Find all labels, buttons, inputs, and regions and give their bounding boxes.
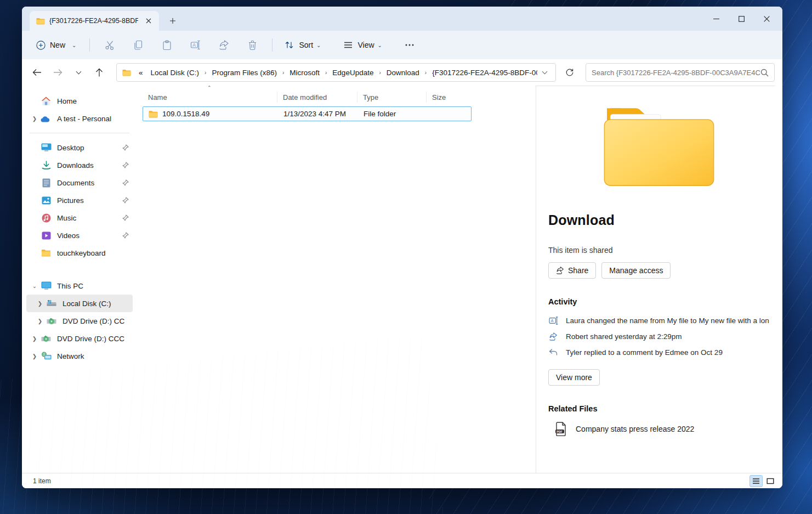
activity-list: A Laura changed the name from My file to… bbox=[548, 316, 769, 357]
maximize-button[interactable] bbox=[729, 8, 754, 30]
breadcrumb-item[interactable]: Program Files (x86) bbox=[208, 67, 280, 78]
address-bar[interactable]: « Local Disk (C:) › Program Files (x86) … bbox=[116, 63, 556, 82]
new-tab-button[interactable] bbox=[164, 13, 181, 29]
sidebar-item-home[interactable]: Home bbox=[26, 92, 133, 110]
sidebar-item-desktop[interactable]: Desktop bbox=[26, 139, 133, 156]
sidebar-item-music[interactable]: Music bbox=[26, 209, 133, 227]
sort-button[interactable]: Sort ⌄ bbox=[279, 37, 326, 53]
tab-title: {F3017226-FE2A-4295-8BDF-0 bbox=[49, 17, 138, 25]
more-options-button[interactable] bbox=[399, 35, 421, 55]
details-pane: Download This item is shared Share Manag… bbox=[536, 86, 775, 473]
chevron-right-icon: › bbox=[203, 70, 207, 76]
recent-locations-button[interactable] bbox=[69, 64, 88, 81]
minimize-button[interactable] bbox=[703, 8, 729, 30]
view-more-button[interactable]: View more bbox=[548, 369, 600, 386]
activity-heading: Activity bbox=[548, 297, 769, 306]
activity-item[interactable]: Robert shared yesterday at 2:29pm bbox=[548, 332, 769, 341]
large-icons-view-toggle[interactable] bbox=[764, 475, 777, 487]
file-type: File folder bbox=[358, 110, 427, 118]
activity-item[interactable]: A Laura changed the name from My file to… bbox=[548, 316, 769, 325]
chevron-down-icon[interactable]: ⌄ bbox=[29, 283, 41, 289]
column-header-name[interactable]: Name ⌃ bbox=[143, 92, 277, 103]
new-label: New bbox=[50, 41, 65, 49]
sidebar-spacer bbox=[26, 262, 133, 277]
refresh-button[interactable] bbox=[560, 64, 579, 81]
chevron-right-icon[interactable]: ❯ bbox=[34, 301, 46, 307]
toolbar-divider bbox=[89, 38, 90, 52]
pin-icon bbox=[121, 197, 130, 204]
search-box bbox=[586, 63, 775, 82]
search-input[interactable] bbox=[592, 69, 760, 77]
sidebar-item-dvd-drive-2[interactable]: ❯ DVD Drive (D:) CCC bbox=[26, 330, 133, 347]
column-header-date-modified[interactable]: Date modified bbox=[277, 92, 357, 103]
view-button[interactable]: View ⌄ bbox=[338, 37, 387, 53]
file-row-selected[interactable]: 109.0.1518.49 1/13/2023 4:47 PM File fol… bbox=[143, 106, 472, 121]
svg-text:A: A bbox=[192, 42, 196, 48]
videos-icon bbox=[41, 230, 52, 241]
shared-status-text: This item is shared bbox=[548, 246, 769, 255]
rename-button[interactable]: A bbox=[184, 35, 206, 55]
manage-access-button[interactable]: Manage access bbox=[601, 262, 671, 279]
sidebar-item-documents[interactable]: Documents bbox=[26, 174, 133, 191]
back-button[interactable] bbox=[27, 64, 46, 81]
new-button[interactable]: New ⌄ bbox=[30, 37, 83, 54]
sidebar-item-network[interactable]: ❯ Network bbox=[26, 347, 133, 365]
close-button[interactable] bbox=[754, 8, 779, 30]
activity-item[interactable]: Tyler replied to a comment by Edmee on O… bbox=[548, 348, 769, 357]
chevron-right-icon[interactable]: ❯ bbox=[29, 336, 41, 342]
sidebar-item-downloads[interactable]: Downloads bbox=[26, 156, 133, 174]
file-list: Name ⌃ Date modified Type Size 109.0.151… bbox=[135, 86, 536, 473]
up-button[interactable] bbox=[90, 64, 109, 81]
tab-bar: {F3017226-FE2A-4295-8BDF-0 bbox=[22, 7, 782, 31]
this-pc-icon bbox=[41, 280, 52, 291]
sidebar-item-onedrive[interactable]: ❯ A test - Personal bbox=[26, 110, 133, 127]
command-toolbar: New ⌄ A Sort ⌄ View ⌄ bbox=[22, 31, 782, 59]
chevron-right-icon[interactable]: ❯ bbox=[29, 353, 41, 359]
related-file-item[interactable]: PDF Company stats press release 2022 bbox=[548, 422, 769, 436]
window-controls bbox=[703, 7, 779, 31]
column-header-size[interactable]: Size bbox=[427, 92, 463, 103]
paste-button[interactable] bbox=[156, 35, 178, 55]
share-button-toolbar[interactable] bbox=[213, 35, 235, 55]
sidebar-divider bbox=[30, 133, 129, 133]
main-content: Home ❯ A test - Personal Desktop Downloa… bbox=[22, 86, 782, 473]
tab-close-icon[interactable] bbox=[143, 15, 155, 27]
sidebar-item-pictures[interactable]: Pictures bbox=[26, 191, 133, 209]
pin-icon bbox=[121, 214, 130, 221]
svg-text:A: A bbox=[550, 319, 553, 323]
breadcrumb-item[interactable]: Microsoft bbox=[286, 67, 323, 78]
breadcrumb-item[interactable]: {F3017226-FE2A-4295-8BDF-00C3A9A7E4C5} bbox=[429, 67, 537, 78]
chevron-right-icon: › bbox=[281, 70, 285, 76]
share-icon bbox=[556, 267, 564, 274]
view-label: View bbox=[357, 41, 374, 49]
column-header-type[interactable]: Type bbox=[357, 92, 427, 103]
chevron-down-icon: ⌄ bbox=[72, 42, 76, 48]
address-dropdown-icon[interactable] bbox=[537, 71, 552, 75]
breadcrumb-item[interactable]: EdgeUpdate bbox=[329, 67, 377, 78]
file-date-modified: 1/13/2023 4:47 PM bbox=[278, 110, 358, 118]
copy-button[interactable] bbox=[127, 35, 149, 55]
cut-button[interactable] bbox=[99, 35, 121, 55]
share-button[interactable]: Share bbox=[548, 262, 596, 279]
explorer-tab[interactable]: {F3017226-FE2A-4295-8BDF-0 bbox=[30, 11, 159, 31]
breadcrumb-overflow[interactable]: « bbox=[135, 67, 146, 78]
breadcrumb-item[interactable]: Download bbox=[383, 67, 423, 78]
search-icon[interactable] bbox=[760, 69, 769, 77]
delete-button[interactable] bbox=[241, 35, 263, 55]
details-view-toggle[interactable] bbox=[749, 475, 763, 487]
sidebar-item-this-pc[interactable]: ⌄ This PC bbox=[26, 277, 133, 295]
chevron-right-icon[interactable]: ❯ bbox=[29, 116, 41, 122]
sidebar-item-videos[interactable]: Videos bbox=[26, 227, 133, 244]
sidebar-item-touchkeyboard[interactable]: touchkeyboard bbox=[26, 244, 133, 262]
sidebar-item-dvd-drive-1[interactable]: ❯ DVD Drive (D:) CC bbox=[26, 312, 133, 330]
related-file-name: Company stats press release 2022 bbox=[576, 425, 694, 433]
forward-button[interactable] bbox=[48, 64, 67, 81]
pin-icon bbox=[121, 144, 130, 151]
navigation-row: « Local Disk (C:) › Program Files (x86) … bbox=[22, 59, 782, 86]
pdf-file-icon: PDF bbox=[555, 422, 567, 436]
breadcrumb-item[interactable]: Local Disk (C:) bbox=[147, 67, 203, 78]
file-explorer-window: {F3017226-FE2A-4295-8BDF-0 New ⌄ bbox=[22, 7, 782, 488]
sidebar-item-local-disk-c[interactable]: ❯ Local Disk (C:) bbox=[26, 295, 133, 312]
chevron-right-icon[interactable]: ❯ bbox=[34, 318, 46, 324]
toolbar-divider bbox=[272, 38, 272, 52]
